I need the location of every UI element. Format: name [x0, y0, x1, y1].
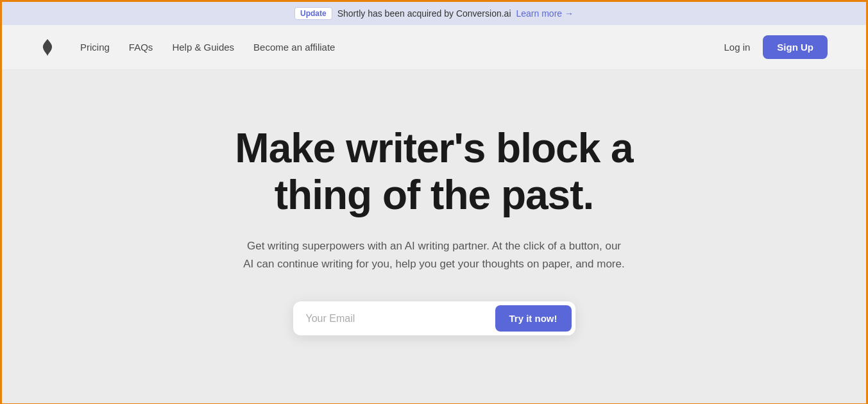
announcement-badge: Update — [294, 7, 332, 20]
nav-link-faqs[interactable]: FAQs — [129, 42, 153, 53]
try-now-button[interactable]: Try it now! — [495, 305, 572, 332]
nav-links: Pricing FAQs Help & Guides Become an aff… — [80, 42, 724, 53]
hero-subtitle: Get writing superpowers with an AI writi… — [242, 237, 627, 273]
email-form: Try it now! — [293, 301, 575, 335]
logo[interactable] — [40, 38, 55, 57]
announcement-text: Shortly has been acquired by Conversion.… — [337, 8, 511, 19]
logo-icon — [40, 38, 55, 57]
navbar: Pricing FAQs Help & Guides Become an aff… — [2, 25, 866, 70]
nav-link-pricing[interactable]: Pricing — [80, 42, 110, 53]
email-input[interactable] — [306, 313, 495, 324]
signup-button[interactable]: Sign Up — [763, 35, 828, 59]
nav-link-help-guides[interactable]: Help & Guides — [172, 42, 234, 53]
announcement-banner: Update Shortly has been acquired by Conv… — [2, 2, 866, 25]
nav-actions: Log in Sign Up — [724, 35, 828, 59]
login-link[interactable]: Log in — [724, 42, 750, 53]
hero-title: Make writer's block a thing of the past. — [210, 125, 659, 219]
main-content: Make writer's block a thing of the past.… — [2, 70, 866, 403]
learn-more-link[interactable]: Learn more → — [516, 8, 574, 19]
nav-link-affiliate[interactable]: Become an affiliate — [253, 42, 335, 53]
